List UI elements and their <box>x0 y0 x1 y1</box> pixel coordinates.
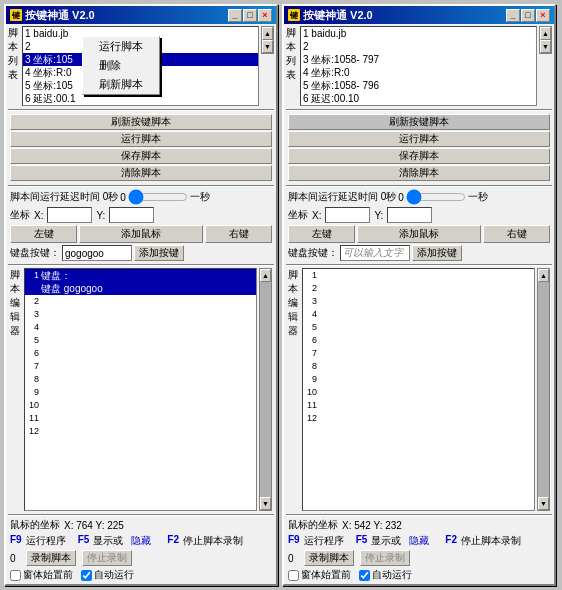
action-btn-1-right[interactable]: 运行脚本 <box>288 131 550 147</box>
editor-line-row[interactable]: 2 <box>303 282 534 295</box>
stop-btn-right[interactable]: 停止录制 <box>360 550 410 566</box>
editor-scroll-up[interactable]: ▲ <box>260 269 271 282</box>
editor-line-row[interactable]: 7 <box>25 360 256 373</box>
close-btn-right[interactable]: × <box>536 9 550 22</box>
action-btn-2-left[interactable]: 保存脚本 <box>10 148 272 164</box>
record-btn-left[interactable]: 录制脚本 <box>26 550 76 566</box>
editor-line-row[interactable]: 4 <box>25 321 256 334</box>
editor-scroll-up[interactable]: ▲ <box>538 269 549 282</box>
delay-slider-left[interactable] <box>128 191 188 203</box>
action-btn-3-left[interactable]: 清除脚本 <box>10 165 272 181</box>
mouse-btn-0-left[interactable]: 左键 <box>10 225 77 243</box>
editor-scroll-down[interactable]: ▼ <box>260 497 271 510</box>
context-menu-item[interactable]: 刷新脚本 <box>83 75 159 94</box>
editor-line-row[interactable]: 10 <box>303 386 534 399</box>
editor-scroll-down[interactable]: ▼ <box>538 497 549 510</box>
editor-line-row[interactable]: 8 <box>25 373 256 386</box>
editor-line-row[interactable]: 8 <box>303 360 534 373</box>
editor-line-row[interactable]: 12 <box>303 412 534 425</box>
add-kb-btn-right[interactable]: 添加按键 <box>412 245 462 261</box>
close-btn-left[interactable]: × <box>258 9 272 22</box>
editor-line-row[interactable]: 9 <box>25 386 256 399</box>
editor-line-row[interactable]: 12 <box>25 425 256 438</box>
editor-line-row[interactable]: 9 <box>303 373 534 386</box>
context-menu-item[interactable]: 删除 <box>83 56 159 75</box>
editor-line-row[interactable]: 6 <box>303 334 534 347</box>
scroll-down-btn[interactable]: ▼ <box>540 40 551 53</box>
editor-scroll-track[interactable] <box>260 282 271 497</box>
list-item[interactable]: 7 <box>301 105 536 106</box>
list-item[interactable]: 5 坐标:1058- 796 <box>301 79 536 92</box>
list-label-char: 本 <box>286 40 298 54</box>
list-item[interactable]: 3 坐标:1058- 797 <box>301 53 536 66</box>
kb-input-right[interactable] <box>340 245 410 261</box>
scroll-up-btn[interactable]: ▲ <box>540 27 551 40</box>
mouse-btn-2-right[interactable]: 右键 <box>483 225 550 243</box>
list-item[interactable]: 4 坐标:R:0 <box>301 66 536 79</box>
editor-listbox-left[interactable]: 1键盘：键盘 gogogoo23456789101112 <box>24 268 257 511</box>
list-item[interactable]: 7 <box>23 105 258 106</box>
list-item[interactable]: 6 延迟:00.10 <box>301 92 536 105</box>
kb-input-left[interactable] <box>62 245 132 261</box>
editor-line-row[interactable]: 2 <box>25 295 256 308</box>
action-btn-1-left[interactable]: 运行脚本 <box>10 131 272 147</box>
editor-label-left: 脚本编辑器 <box>10 268 22 511</box>
minimize-btn-left[interactable]: _ <box>228 9 242 22</box>
y-input-left[interactable] <box>109 207 154 223</box>
mouse-btn-1-left[interactable]: 添加鼠标 <box>79 225 203 243</box>
scrollbar-right[interactable]: ▲ ▼ <box>539 26 552 54</box>
editor-line-row[interactable]: 3 <box>25 308 256 321</box>
editor-line-row[interactable]: 1 <box>303 269 534 282</box>
delay-slider-right[interactable] <box>406 191 466 203</box>
y-input-right[interactable] <box>387 207 432 223</box>
record-btn-right[interactable]: 录制脚本 <box>304 550 354 566</box>
editor-scrollbar-right[interactable]: ▲ ▼ <box>537 268 550 511</box>
editor-listbox-right[interactable]: 123456789101112 <box>302 268 535 511</box>
mouse-btn-0-right[interactable]: 左键 <box>288 225 355 243</box>
titlebar-buttons-left: _ □ × <box>228 9 272 22</box>
list-item[interactable]: 1 baidu.jb <box>301 27 536 40</box>
hotkey-f9-key-left: F9 <box>10 534 22 548</box>
editor-line-row[interactable]: 5 <box>303 321 534 334</box>
minimize-btn-right[interactable]: _ <box>506 9 520 22</box>
editor-line-row[interactable]: 6 <box>25 347 256 360</box>
line-content <box>41 295 256 308</box>
checkbox-1-right[interactable] <box>359 570 370 581</box>
editor-line-row[interactable]: 4 <box>303 308 534 321</box>
editor-scrollbar-left[interactable]: ▲ ▼ <box>259 268 272 511</box>
editor-scroll-track[interactable] <box>538 282 549 497</box>
checkbox-1-left[interactable] <box>81 570 92 581</box>
checkbox-0-right[interactable] <box>288 570 299 581</box>
mouse-btn-1-right[interactable]: 添加鼠标 <box>357 225 481 243</box>
checkbox-0-left[interactable] <box>10 570 21 581</box>
action-btn-3-right[interactable]: 清除脚本 <box>288 165 550 181</box>
editor-line-row[interactable]: 3 <box>303 295 534 308</box>
action-btn-0-left[interactable]: 刷新按键脚本 <box>10 114 272 130</box>
scrollbar-left[interactable]: ▲ ▼ <box>261 26 274 54</box>
maximize-btn-left[interactable]: □ <box>243 9 257 22</box>
maximize-btn-right[interactable]: □ <box>521 9 535 22</box>
hotkey-f9-desc-left: 运行程序 <box>26 534 66 548</box>
action-btn-0-right[interactable]: 刷新按键脚本 <box>288 114 550 130</box>
context-menu-item[interactable]: 运行脚本 <box>83 37 159 56</box>
editor-line-row[interactable]: 11 <box>25 412 256 425</box>
list-item[interactable]: 2 <box>301 40 536 53</box>
app-icon-left: 键 <box>10 9 22 21</box>
scroll-down-btn[interactable]: ▼ <box>262 40 273 53</box>
mouse-btn-2-left[interactable]: 右键 <box>205 225 272 243</box>
action-btn-2-right[interactable]: 保存脚本 <box>288 148 550 164</box>
editor-line-row[interactable]: 11 <box>303 399 534 412</box>
editor-line-row[interactable]: 7 <box>303 347 534 360</box>
titlebar-left-left: 键 按键神通 V2.0 <box>10 8 95 23</box>
editor-line-row[interactable]: 键盘 gogogoo <box>25 282 256 295</box>
x-input-left[interactable] <box>47 207 92 223</box>
add-kb-btn-left[interactable]: 添加按键 <box>134 245 184 261</box>
scroll-up-btn[interactable]: ▲ <box>262 27 273 40</box>
editor-line-row[interactable]: 5 <box>25 334 256 347</box>
script-listbox-right[interactable]: 1 baidu.jb23 坐标:1058- 7974 坐标:R:05 坐标:10… <box>300 26 537 106</box>
line-number: 5 <box>305 321 319 334</box>
editor-line-row[interactable]: 1键盘： <box>25 269 256 282</box>
editor-line-row[interactable]: 10 <box>25 399 256 412</box>
x-input-right[interactable] <box>325 207 370 223</box>
stop-btn-left[interactable]: 停止录制 <box>82 550 132 566</box>
